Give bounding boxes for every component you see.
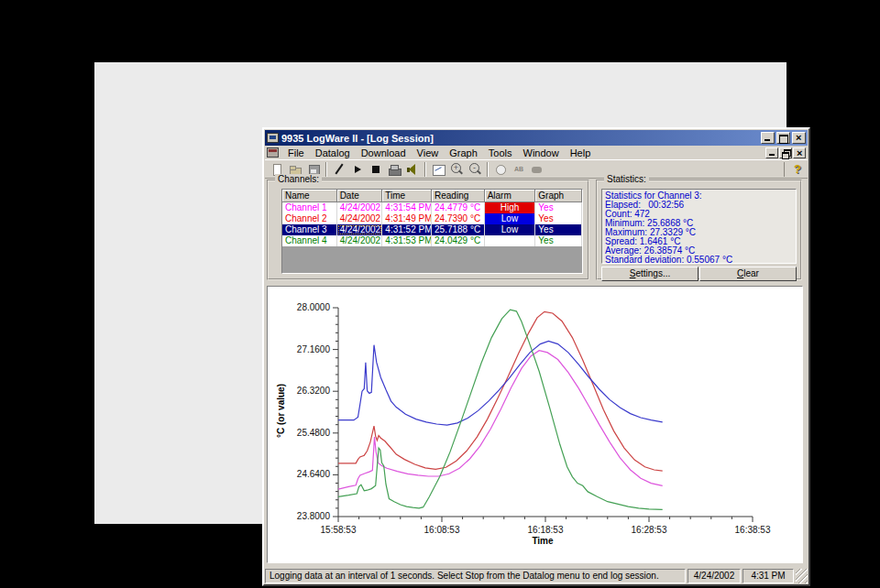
column-header-time[interactable]: Time [382,190,432,202]
svg-text:16:38:53: 16:38:53 [735,525,771,535]
play-icon [350,162,365,177]
y-axis-label: °C (or value) [276,370,286,452]
cell-name: Channel 2 [282,213,337,224]
cell-graph: Yes [535,224,582,235]
cell-date: 4/24/2002 [337,202,383,213]
svg-text:24.6400: 24.6400 [297,469,331,479]
printer-button[interactable] [385,161,403,178]
cell-name: Channel 1 [282,202,337,213]
status-time: 4:31 PM [742,569,794,583]
clear-button[interactable]: Clear [699,267,797,281]
window-title: 9935 LogWare II - [Log Session] [281,133,434,144]
title-bar[interactable]: 9935 LogWare II - [Log Session] [265,130,808,146]
clock-icon [493,162,508,177]
cell-time: 4:31:54 PM [382,202,432,213]
resize-grip[interactable] [796,569,808,583]
cell-graph: Yes [535,213,582,224]
pen-button[interactable] [330,161,348,178]
pen-icon [332,162,346,177]
table-row[interactable]: Channel 3 4/24/2002 4:31:52 PM 25.7188 °… [282,224,582,235]
zoom-in-icon [449,162,464,177]
mdi-minimize-button[interactable] [765,147,778,158]
menu-graph[interactable]: Graph [444,147,483,159]
menu-file[interactable]: File [282,147,310,159]
toolbar: AB ? [265,159,808,179]
svg-text:15:58:53: 15:58:53 [321,525,357,535]
svg-text:23.8000: 23.8000 [297,511,331,521]
alarm-badge: Low [485,213,536,224]
statistics-panel: Statistics for Channel 3: Elapsed: 00:32… [601,189,797,264]
label-ab-icon: AB [512,162,526,177]
column-header-graph[interactable]: Graph [535,190,582,202]
speaker-icon [405,162,420,177]
statistics-group: Statistics: Statistics for Channel 3: El… [596,180,802,280]
column-header-date[interactable]: Date [337,190,383,202]
stop-icon [368,162,383,177]
column-header-reading[interactable]: Reading [432,190,485,202]
stop-button[interactable] [367,161,385,178]
menu-tools[interactable]: Tools [483,147,518,159]
table-row[interactable]: Channel 4 4/24/2002 4:31:53 PM 24.0429 °… [282,235,582,246]
svg-text:27.1600: 27.1600 [297,344,331,354]
clock-button[interactable] [491,161,510,178]
mdi-close-button[interactable] [793,147,806,158]
help-icon: ? [790,162,805,177]
channels-group: Channels: Name Date Time Reading Alarm G… [267,180,589,280]
logware-app-icon [267,133,279,143]
cell-time: 4:31:53 PM [382,235,432,246]
label-ab-button[interactable]: AB [510,161,528,178]
help-button[interactable]: ? [784,162,805,177]
printer-icon [387,162,402,177]
zoom-in-button[interactable] [447,161,466,178]
minimize-button[interactable] [761,132,775,144]
svg-text:16:28:53: 16:28:53 [632,525,667,535]
status-bar: Logging data at an interval of 1 seconds… [265,567,808,583]
cell-reading: 24.7390 °C [432,213,485,224]
menu-datalog[interactable]: Datalog [310,147,356,159]
cell-reading: 24.4779 °C [432,202,485,213]
settings-button-label: Settings... [602,267,698,280]
svg-text:28.0000: 28.0000 [297,302,331,312]
zoom-out-button[interactable] [466,161,484,178]
chart-panel: 23.800024.640025.480026.320027.160028.00… [267,286,803,563]
channels-table: Name Date Time Reading Alarm Graph Chann… [281,189,583,274]
chart-zoom-button[interactable] [429,161,447,178]
table-header-row: Name Date Time Reading Alarm Graph [282,190,582,202]
speaker-button[interactable] [403,161,422,178]
cell-time: 4:31:52 PM [382,224,432,235]
play-button[interactable] [348,161,367,178]
cell-graph: Yes [535,202,582,213]
column-header-alarm[interactable]: Alarm [485,190,536,202]
stat-line: Standard deviation: 0.55067 °C [605,256,796,265]
desktop-background: 9935 LogWare II - [Log Session] File Dat… [94,62,786,524]
toolbar-separator [424,162,426,177]
maximize-button[interactable] [776,132,790,144]
table-row[interactable]: Channel 1 4/24/2002 4:31:54 PM 24.4779 °… [282,202,582,213]
mouse-note-button[interactable] [528,161,546,178]
column-header-name[interactable]: Name [282,190,337,202]
chart-zoom-icon [431,162,446,177]
mdi-restore-button[interactable] [779,147,792,158]
cell-reading: 24.0429 °C [432,235,485,246]
menu-window[interactable]: Window [518,147,565,159]
menu-help[interactable]: Help [565,147,597,159]
x-axis-label: Time [488,536,598,546]
cell-time: 4:31:49 PM [382,213,432,224]
table-row[interactable]: Channel 2 4/24/2002 4:31:49 PM 24.7390 °… [282,213,582,224]
close-button[interactable] [792,132,806,144]
document-icon[interactable] [267,147,279,158]
app-window: 9935 LogWare II - [Log Session] File Dat… [262,127,810,586]
cell-graph: Yes [535,235,582,246]
channels-group-label: Channels: [275,174,322,184]
status-message: Logging data at an interval of 1 seconds… [265,569,686,583]
settings-button[interactable]: Settings... [601,267,698,281]
svg-text:16:08:53: 16:08:53 [424,525,460,535]
cell-date: 4/24/2002 [337,235,383,246]
alarm-badge: Low [485,224,536,235]
cell-date: 4/24/2002 [337,224,383,235]
clear-button-label: Clear [700,267,796,280]
svg-text:16:18:53: 16:18:53 [528,525,564,535]
menu-view[interactable]: View [412,147,445,159]
menu-download[interactable]: Download [356,147,412,159]
toolbar-separator [325,162,327,177]
